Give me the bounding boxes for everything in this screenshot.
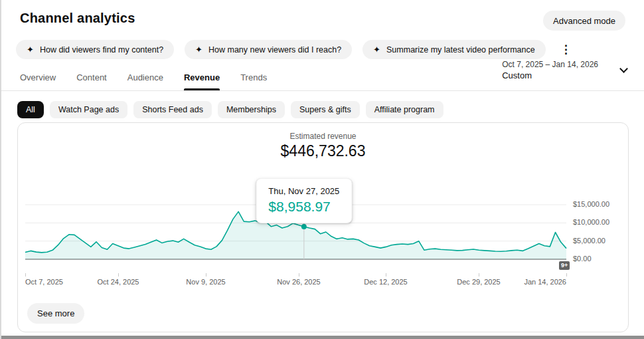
y-axis-label: $5,000.00 [573, 237, 605, 245]
tab-content[interactable]: Content [76, 72, 107, 90]
tab-revenue[interactable]: Revenue [184, 72, 220, 90]
more-suggestions-button[interactable]: ⋮ [556, 41, 576, 58]
suggestion-chip-video-performance[interactable]: ✦ Summarize my latest video performance [362, 40, 546, 59]
suggestion-chip-new-viewers[interactable]: ✦ How many new viewers did I reach? [185, 40, 352, 59]
x-axis-tick [206, 273, 206, 277]
sparkle-icon: ✦ [195, 45, 202, 54]
x-axis-tick [299, 273, 299, 277]
filter-chip-all[interactable]: All [17, 101, 44, 118]
date-range-value: Oct 7, 2025 – Jan 14, 2026 [502, 60, 598, 69]
y-axis-label: $15,000.00 [573, 200, 609, 208]
kebab-icon: ⋮ [560, 43, 572, 56]
x-axis-label: Dec 29, 2025 [457, 278, 500, 286]
filter-chip-shorts-feed-ads[interactable]: Shorts Feed ads [133, 101, 212, 118]
tooltip-date: Thu, Nov 27, 2025 [268, 186, 339, 196]
tab-overview[interactable]: Overview [20, 72, 56, 90]
filter-chip-affiliate-program[interactable]: Affiliate program [366, 101, 443, 118]
chart-hover-dot [301, 224, 307, 229]
date-range-picker[interactable]: Oct 7, 2025 – Jan 14, 2026 Custom [502, 60, 627, 80]
channel-analytics-page: Channel analytics Advanced mode ✦ How di… [1, 0, 644, 118]
filter-chip-watch-page-ads[interactable]: Watch Page ads [50, 101, 127, 118]
chevron-down-icon [619, 64, 628, 73]
x-axis-tick [479, 273, 479, 277]
overflow-count-badge: 9+ [559, 261, 570, 270]
revenue-filter-row: All Watch Page ads Shorts Feed ads Membe… [1, 91, 644, 118]
x-axis-label: Oct 24, 2025 [98, 278, 139, 286]
tab-trends[interactable]: Trends [240, 72, 267, 90]
x-axis-label: Nov 9, 2025 [186, 278, 225, 286]
x-axis-label: Nov 26, 2025 [277, 278, 320, 286]
filter-chip-supers-gifts[interactable]: Supers & gifts [291, 101, 360, 118]
date-range-mode: Custom [502, 70, 598, 80]
suggestion-chip-label: How many new viewers did I reach? [208, 45, 341, 55]
x-axis-tick [25, 273, 26, 277]
see-more-button[interactable]: See more [27, 303, 84, 324]
sparkle-icon: ✦ [27, 45, 34, 54]
x-axis-tick [386, 273, 386, 277]
x-axis-label: Oct 7, 2025 [25, 278, 63, 286]
suggestion-chip-find-content[interactable]: ✦ How did viewers find my content? [16, 40, 174, 59]
date-range-text: Oct 7, 2025 – Jan 14, 2026 Custom [502, 60, 598, 80]
sparkle-icon: ✦ [373, 45, 380, 54]
page-title: Channel analytics [20, 11, 135, 26]
y-axis-label: $0.00 [573, 255, 592, 263]
advanced-mode-button[interactable]: Advanced mode [543, 11, 625, 31]
x-axis-tick [566, 273, 567, 277]
chart-tooltip: Thu, Nov 27, 2025 $8,958.97 [256, 178, 352, 223]
suggestion-chip-label: Summarize my latest video performance [386, 45, 535, 55]
suggestion-chip-label: How did viewers find my content? [40, 45, 163, 55]
x-axis-tick [118, 273, 119, 277]
header: Channel analytics Advanced mode [1, 0, 644, 31]
x-axis-label: Jan 14, 2026 [524, 278, 566, 286]
metric-label: Estimated revenue [18, 132, 628, 141]
suggestion-chips-row: ✦ How did viewers find my content? ✦ How… [1, 31, 644, 59]
filter-chip-memberships[interactable]: Memberships [218, 101, 285, 118]
x-axis-label: Dec 12, 2025 [364, 278, 407, 286]
y-axis-label: $10,000.00 [573, 218, 609, 226]
metric-value: $446,732.63 [18, 142, 628, 160]
tab-audience[interactable]: Audience [127, 72, 163, 90]
estimated-revenue-card: Estimated revenue $446,732.63 $15,000.00… [17, 122, 629, 332]
bottom-divider-bar [1, 336, 644, 339]
tooltip-value: $8,958.97 [268, 199, 339, 215]
